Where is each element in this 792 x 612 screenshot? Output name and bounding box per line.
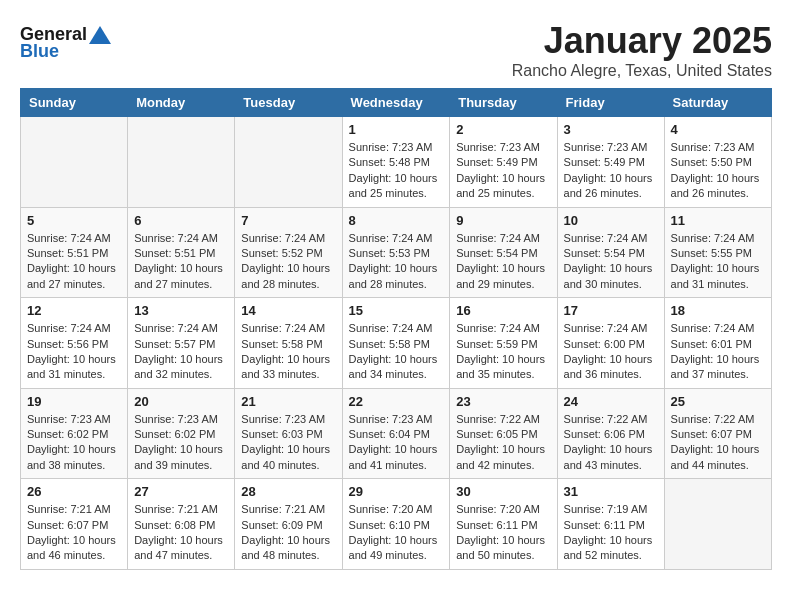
day-number: 7 [241,213,335,228]
header-friday: Friday [557,89,664,117]
week-row-1: 1Sunrise: 7:23 AM Sunset: 5:48 PM Daylig… [21,117,772,208]
table-cell: 1Sunrise: 7:23 AM Sunset: 5:48 PM Daylig… [342,117,450,208]
day-info: Sunrise: 7:22 AM Sunset: 6:05 PM Dayligh… [456,412,550,474]
calendar-header: January 2025 Rancho Alegre, Texas, Unite… [20,20,772,80]
day-info: Sunrise: 7:23 AM Sunset: 5:49 PM Dayligh… [456,140,550,202]
header-saturday: Saturday [664,89,771,117]
table-cell: 13Sunrise: 7:24 AM Sunset: 5:57 PM Dayli… [128,298,235,389]
day-info: Sunrise: 7:24 AM Sunset: 5:58 PM Dayligh… [349,321,444,383]
day-number: 27 [134,484,228,499]
table-cell: 7Sunrise: 7:24 AM Sunset: 5:52 PM Daylig… [235,207,342,298]
day-info: Sunrise: 7:24 AM Sunset: 6:01 PM Dayligh… [671,321,765,383]
table-cell [664,479,771,570]
svg-marker-0 [89,26,111,44]
day-info: Sunrise: 7:21 AM Sunset: 6:08 PM Dayligh… [134,502,228,564]
day-number: 28 [241,484,335,499]
day-info: Sunrise: 7:24 AM Sunset: 5:57 PM Dayligh… [134,321,228,383]
month-title: January 2025 [20,20,772,62]
day-info: Sunrise: 7:23 AM Sunset: 6:04 PM Dayligh… [349,412,444,474]
header-monday: Monday [128,89,235,117]
table-cell: 19Sunrise: 7:23 AM Sunset: 6:02 PM Dayli… [21,388,128,479]
day-number: 5 [27,213,121,228]
table-cell: 14Sunrise: 7:24 AM Sunset: 5:58 PM Dayli… [235,298,342,389]
day-info: Sunrise: 7:23 AM Sunset: 6:02 PM Dayligh… [134,412,228,474]
table-cell: 6Sunrise: 7:24 AM Sunset: 5:51 PM Daylig… [128,207,235,298]
table-cell: 16Sunrise: 7:24 AM Sunset: 5:59 PM Dayli… [450,298,557,389]
day-info: Sunrise: 7:23 AM Sunset: 5:48 PM Dayligh… [349,140,444,202]
header-sunday: Sunday [21,89,128,117]
day-number: 24 [564,394,658,409]
day-number: 11 [671,213,765,228]
day-number: 19 [27,394,121,409]
day-number: 13 [134,303,228,318]
table-cell: 25Sunrise: 7:22 AM Sunset: 6:07 PM Dayli… [664,388,771,479]
day-number: 16 [456,303,550,318]
day-info: Sunrise: 7:24 AM Sunset: 5:54 PM Dayligh… [456,231,550,293]
table-cell: 4Sunrise: 7:23 AM Sunset: 5:50 PM Daylig… [664,117,771,208]
day-number: 4 [671,122,765,137]
table-cell: 8Sunrise: 7:24 AM Sunset: 5:53 PM Daylig… [342,207,450,298]
day-info: Sunrise: 7:24 AM Sunset: 6:00 PM Dayligh… [564,321,658,383]
table-cell: 3Sunrise: 7:23 AM Sunset: 5:49 PM Daylig… [557,117,664,208]
table-cell: 22Sunrise: 7:23 AM Sunset: 6:04 PM Dayli… [342,388,450,479]
week-row-5: 26Sunrise: 7:21 AM Sunset: 6:07 PM Dayli… [21,479,772,570]
day-info: Sunrise: 7:21 AM Sunset: 6:09 PM Dayligh… [241,502,335,564]
day-number: 22 [349,394,444,409]
day-info: Sunrise: 7:24 AM Sunset: 5:53 PM Dayligh… [349,231,444,293]
day-number: 1 [349,122,444,137]
table-cell: 10Sunrise: 7:24 AM Sunset: 5:54 PM Dayli… [557,207,664,298]
day-info: Sunrise: 7:20 AM Sunset: 6:11 PM Dayligh… [456,502,550,564]
day-number: 6 [134,213,228,228]
table-cell [128,117,235,208]
day-info: Sunrise: 7:22 AM Sunset: 6:06 PM Dayligh… [564,412,658,474]
weekday-header-row: Sunday Monday Tuesday Wednesday Thursday… [21,89,772,117]
table-cell: 17Sunrise: 7:24 AM Sunset: 6:00 PM Dayli… [557,298,664,389]
day-number: 2 [456,122,550,137]
day-info: Sunrise: 7:24 AM Sunset: 5:51 PM Dayligh… [27,231,121,293]
table-cell: 20Sunrise: 7:23 AM Sunset: 6:02 PM Dayli… [128,388,235,479]
logo-blue: Blue [20,41,59,62]
day-number: 12 [27,303,121,318]
day-info: Sunrise: 7:23 AM Sunset: 5:50 PM Dayligh… [671,140,765,202]
day-number: 3 [564,122,658,137]
week-row-3: 12Sunrise: 7:24 AM Sunset: 5:56 PM Dayli… [21,298,772,389]
table-cell: 15Sunrise: 7:24 AM Sunset: 5:58 PM Dayli… [342,298,450,389]
table-cell [21,117,128,208]
logo: General Blue [20,24,111,62]
table-cell: 29Sunrise: 7:20 AM Sunset: 6:10 PM Dayli… [342,479,450,570]
day-number: 18 [671,303,765,318]
day-info: Sunrise: 7:22 AM Sunset: 6:07 PM Dayligh… [671,412,765,474]
day-info: Sunrise: 7:24 AM Sunset: 5:59 PM Dayligh… [456,321,550,383]
day-number: 20 [134,394,228,409]
day-info: Sunrise: 7:24 AM Sunset: 5:58 PM Dayligh… [241,321,335,383]
day-number: 8 [349,213,444,228]
table-cell: 31Sunrise: 7:19 AM Sunset: 6:11 PM Dayli… [557,479,664,570]
day-number: 10 [564,213,658,228]
day-number: 23 [456,394,550,409]
table-cell: 12Sunrise: 7:24 AM Sunset: 5:56 PM Dayli… [21,298,128,389]
table-cell: 30Sunrise: 7:20 AM Sunset: 6:11 PM Dayli… [450,479,557,570]
day-number: 21 [241,394,335,409]
day-info: Sunrise: 7:19 AM Sunset: 6:11 PM Dayligh… [564,502,658,564]
table-cell: 21Sunrise: 7:23 AM Sunset: 6:03 PM Dayli… [235,388,342,479]
day-number: 29 [349,484,444,499]
header-tuesday: Tuesday [235,89,342,117]
day-number: 31 [564,484,658,499]
table-cell: 11Sunrise: 7:24 AM Sunset: 5:55 PM Dayli… [664,207,771,298]
day-number: 26 [27,484,121,499]
day-number: 15 [349,303,444,318]
day-info: Sunrise: 7:23 AM Sunset: 6:02 PM Dayligh… [27,412,121,474]
day-info: Sunrise: 7:21 AM Sunset: 6:07 PM Dayligh… [27,502,121,564]
table-cell: 26Sunrise: 7:21 AM Sunset: 6:07 PM Dayli… [21,479,128,570]
location: Rancho Alegre, Texas, United States [20,62,772,80]
day-number: 25 [671,394,765,409]
table-cell: 24Sunrise: 7:22 AM Sunset: 6:06 PM Dayli… [557,388,664,479]
day-number: 9 [456,213,550,228]
header-wednesday: Wednesday [342,89,450,117]
day-info: Sunrise: 7:24 AM Sunset: 5:52 PM Dayligh… [241,231,335,293]
day-info: Sunrise: 7:23 AM Sunset: 5:49 PM Dayligh… [564,140,658,202]
day-number: 30 [456,484,550,499]
day-info: Sunrise: 7:24 AM Sunset: 5:56 PM Dayligh… [27,321,121,383]
table-cell: 2Sunrise: 7:23 AM Sunset: 5:49 PM Daylig… [450,117,557,208]
day-info: Sunrise: 7:24 AM Sunset: 5:55 PM Dayligh… [671,231,765,293]
